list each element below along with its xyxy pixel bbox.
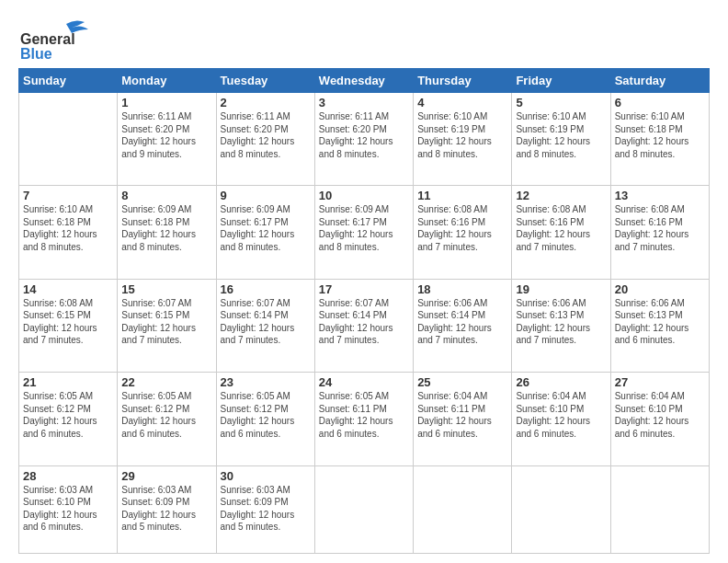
day-number: 28 (23, 469, 113, 483)
calendar-day-cell: 18Sunrise: 6:06 AM Sunset: 6:14 PM Dayli… (414, 279, 512, 372)
day-number: 11 (417, 189, 507, 202)
calendar-day-cell: 9Sunrise: 6:09 AM Sunset: 6:17 PM Daylig… (216, 186, 314, 279)
svg-text:General: General (20, 31, 75, 47)
calendar-day-cell: 21Sunrise: 6:05 AM Sunset: 6:12 PM Dayli… (19, 373, 118, 465)
calendar-day-cell: 7Sunrise: 6:10 AM Sunset: 6:18 PM Daylig… (19, 186, 118, 279)
day-number: 16 (221, 282, 311, 296)
day-info: Sunrise: 6:10 AM Sunset: 6:18 PM Dayligh… (23, 203, 113, 253)
calendar-day-cell: 26Sunrise: 6:04 AM Sunset: 6:10 PM Dayli… (512, 373, 610, 465)
day-info: Sunrise: 6:03 AM Sunset: 6:09 PM Dayligh… (221, 484, 311, 534)
calendar-day-cell: 20Sunrise: 6:06 AM Sunset: 6:13 PM Dayli… (610, 279, 709, 372)
day-number: 17 (319, 282, 409, 296)
calendar-day-cell: 29Sunrise: 6:03 AM Sunset: 6:09 PM Dayli… (118, 465, 216, 553)
calendar-day-cell: 23Sunrise: 6:05 AM Sunset: 6:12 PM Dayli… (216, 373, 314, 465)
logo-image: General Blue (18, 17, 92, 59)
calendar-day-cell: 12Sunrise: 6:08 AM Sunset: 6:16 PM Dayli… (512, 186, 610, 279)
day-info: Sunrise: 6:04 AM Sunset: 6:10 PM Dayligh… (516, 390, 606, 440)
day-info: Sunrise: 6:09 AM Sunset: 6:17 PM Dayligh… (319, 203, 409, 253)
calendar-day-cell (314, 465, 413, 553)
calendar-day-cell: 6Sunrise: 6:10 AM Sunset: 6:18 PM Daylig… (610, 93, 709, 186)
calendar-day-cell: 19Sunrise: 6:06 AM Sunset: 6:13 PM Dayli… (512, 279, 610, 372)
day-number: 14 (23, 282, 113, 296)
day-info: Sunrise: 6:08 AM Sunset: 6:15 PM Dayligh… (23, 297, 113, 347)
weekday-header: Monday (118, 69, 216, 93)
calendar-week-row: 14Sunrise: 6:08 AM Sunset: 6:15 PM Dayli… (19, 279, 710, 372)
svg-text:Blue: Blue (20, 46, 52, 59)
calendar-day-cell: 15Sunrise: 6:07 AM Sunset: 6:15 PM Dayli… (118, 279, 216, 372)
day-number: 29 (121, 469, 211, 483)
calendar-day-cell: 13Sunrise: 6:08 AM Sunset: 6:16 PM Dayli… (610, 186, 709, 279)
day-number: 23 (221, 375, 311, 389)
day-number: 1 (121, 96, 211, 109)
header: General Blue (18, 17, 710, 59)
day-info: Sunrise: 6:05 AM Sunset: 6:12 PM Dayligh… (221, 390, 311, 440)
day-number: 12 (516, 189, 606, 202)
calendar-day-cell: 2Sunrise: 6:11 AM Sunset: 6:20 PM Daylig… (216, 93, 314, 186)
calendar-day-cell: 14Sunrise: 6:08 AM Sunset: 6:15 PM Dayli… (19, 279, 118, 372)
calendar-week-row: 28Sunrise: 6:03 AM Sunset: 6:10 PM Dayli… (19, 465, 710, 553)
day-info: Sunrise: 6:04 AM Sunset: 6:11 PM Dayligh… (417, 390, 507, 440)
calendar-day-cell: 30Sunrise: 6:03 AM Sunset: 6:09 PM Dayli… (216, 465, 314, 553)
logo: General Blue (18, 17, 96, 59)
day-info: Sunrise: 6:06 AM Sunset: 6:13 PM Dayligh… (615, 297, 705, 347)
day-number: 2 (221, 96, 311, 109)
day-number: 19 (516, 282, 606, 296)
weekday-header-row: SundayMondayTuesdayWednesdayThursdayFrid… (19, 69, 710, 93)
day-info: Sunrise: 6:08 AM Sunset: 6:16 PM Dayligh… (615, 203, 705, 253)
day-info: Sunrise: 6:09 AM Sunset: 6:17 PM Dayligh… (221, 203, 311, 253)
calendar-day-cell: 11Sunrise: 6:08 AM Sunset: 6:16 PM Dayli… (414, 186, 512, 279)
calendar-table: SundayMondayTuesdayWednesdayThursdayFrid… (18, 68, 710, 554)
day-info: Sunrise: 6:06 AM Sunset: 6:13 PM Dayligh… (516, 297, 606, 347)
day-info: Sunrise: 6:10 AM Sunset: 6:19 PM Dayligh… (516, 110, 606, 160)
calendar-day-cell (19, 93, 118, 186)
day-info: Sunrise: 6:07 AM Sunset: 6:14 PM Dayligh… (221, 297, 311, 347)
calendar-day-cell (512, 465, 610, 553)
calendar-day-cell (414, 465, 512, 553)
day-number: 27 (615, 375, 705, 389)
day-info: Sunrise: 6:03 AM Sunset: 6:09 PM Dayligh… (121, 484, 211, 534)
day-number: 8 (121, 189, 211, 202)
calendar-day-cell: 17Sunrise: 6:07 AM Sunset: 6:14 PM Dayli… (314, 279, 413, 372)
day-number: 9 (221, 189, 311, 202)
calendar-day-cell: 8Sunrise: 6:09 AM Sunset: 6:18 PM Daylig… (118, 186, 216, 279)
day-number: 26 (516, 375, 606, 389)
calendar-week-row: 1Sunrise: 6:11 AM Sunset: 6:20 PM Daylig… (19, 93, 710, 186)
day-number: 6 (615, 96, 705, 109)
calendar-week-row: 7Sunrise: 6:10 AM Sunset: 6:18 PM Daylig… (19, 186, 710, 279)
weekday-header: Friday (512, 69, 610, 93)
day-info: Sunrise: 6:09 AM Sunset: 6:18 PM Dayligh… (121, 203, 211, 253)
page: General Blue SundayMondayTuesdayWednesda… (0, 0, 728, 563)
day-info: Sunrise: 6:07 AM Sunset: 6:14 PM Dayligh… (319, 297, 409, 347)
weekday-header: Thursday (414, 69, 512, 93)
day-number: 22 (121, 375, 211, 389)
day-number: 3 (319, 96, 409, 109)
day-info: Sunrise: 6:10 AM Sunset: 6:19 PM Dayligh… (417, 110, 507, 160)
day-number: 25 (417, 375, 507, 389)
weekday-header: Saturday (610, 69, 709, 93)
calendar-day-cell: 1Sunrise: 6:11 AM Sunset: 6:20 PM Daylig… (118, 93, 216, 186)
day-number: 18 (417, 282, 507, 296)
day-info: Sunrise: 6:04 AM Sunset: 6:10 PM Dayligh… (615, 390, 705, 440)
day-info: Sunrise: 6:08 AM Sunset: 6:16 PM Dayligh… (417, 203, 507, 253)
day-number: 15 (121, 282, 211, 296)
day-info: Sunrise: 6:11 AM Sunset: 6:20 PM Dayligh… (319, 110, 409, 160)
calendar-day-cell: 5Sunrise: 6:10 AM Sunset: 6:19 PM Daylig… (512, 93, 610, 186)
calendar-day-cell: 4Sunrise: 6:10 AM Sunset: 6:19 PM Daylig… (414, 93, 512, 186)
calendar-day-cell: 10Sunrise: 6:09 AM Sunset: 6:17 PM Dayli… (314, 186, 413, 279)
day-number: 30 (221, 469, 311, 483)
calendar-day-cell: 24Sunrise: 6:05 AM Sunset: 6:11 PM Dayli… (314, 373, 413, 465)
day-number: 10 (319, 189, 409, 202)
day-info: Sunrise: 6:11 AM Sunset: 6:20 PM Dayligh… (121, 110, 211, 160)
weekday-header: Tuesday (216, 69, 314, 93)
weekday-header: Sunday (19, 69, 118, 93)
calendar-day-cell: 22Sunrise: 6:05 AM Sunset: 6:12 PM Dayli… (118, 373, 216, 465)
day-number: 24 (319, 375, 409, 389)
day-number: 5 (516, 96, 606, 109)
calendar-day-cell: 27Sunrise: 6:04 AM Sunset: 6:10 PM Dayli… (610, 373, 709, 465)
day-number: 7 (23, 189, 113, 202)
day-info: Sunrise: 6:05 AM Sunset: 6:12 PM Dayligh… (23, 390, 113, 440)
day-number: 20 (615, 282, 705, 296)
calendar-week-row: 21Sunrise: 6:05 AM Sunset: 6:12 PM Dayli… (19, 373, 710, 465)
day-info: Sunrise: 6:08 AM Sunset: 6:16 PM Dayligh… (516, 203, 606, 253)
day-info: Sunrise: 6:11 AM Sunset: 6:20 PM Dayligh… (221, 110, 311, 160)
